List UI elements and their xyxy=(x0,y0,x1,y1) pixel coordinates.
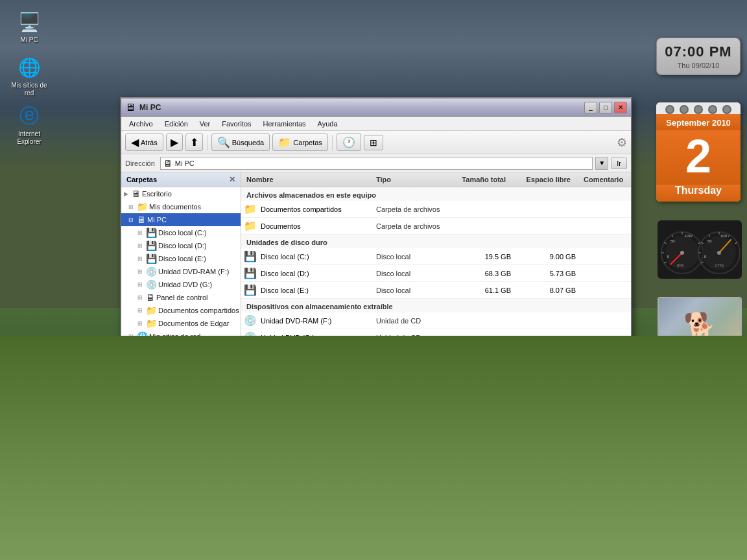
app-btn-panel[interactable]: PANEL xyxy=(397,522,432,539)
forward-button[interactable]: ▶ xyxy=(166,134,183,151)
search-label: Búsqueda xyxy=(232,139,265,146)
taskbar-mi-pc[interactable]: 🖥 Mi PC xyxy=(146,542,198,559)
tray-battery-icon[interactable]: 🔋 xyxy=(694,545,706,555)
watermark-text1: PROGRAMAS24-7 xyxy=(350,408,523,429)
e-drive-name: Disco local (E:) xyxy=(261,286,376,294)
tray-network-icon[interactable]: 📶 xyxy=(654,545,665,555)
minimize-button[interactable]: _ xyxy=(584,102,597,113)
ql-media[interactable]: 🎵 xyxy=(122,543,136,557)
docs-comp-file-icon: 📁 xyxy=(244,203,258,215)
folders-label: Carpetas xyxy=(293,139,322,146)
back-button[interactable]: ◀ Atrás xyxy=(125,134,163,151)
address-input[interactable]: 🖥 Mi PC xyxy=(160,157,593,170)
expand-icon: ⊞ xyxy=(136,268,145,275)
scroll-right[interactable]: ▶ xyxy=(621,439,631,449)
app-btn-juegos[interactable]: JUEGOS xyxy=(433,522,473,539)
menu-archivo[interactable]: Archivo xyxy=(124,119,158,129)
tree-item-disco-c[interactable]: ⊞ 💾 Disco local (C:) xyxy=(121,226,241,239)
e-drive-icon: 💾 xyxy=(244,284,258,296)
tree-item-docs-comp[interactable]: ⊞ 📁 Documentos compartidos xyxy=(121,304,241,317)
app-btn-soundf[interactable]: SOUND F xyxy=(84,522,126,539)
scroll-left[interactable]: ◀ xyxy=(241,439,252,449)
maximize-button[interactable]: □ xyxy=(599,102,612,113)
folder-panel: Carpetas ✕ ▶ 🖥 Escritorio ⊞ 📁 Mis docume… xyxy=(121,172,241,449)
tree-item-disco-e[interactable]: ⊞ 💾 Disco local (E:) xyxy=(121,252,241,265)
gear-button[interactable]: ⚙ xyxy=(617,135,627,150)
window-controls[interactable]: _ □ ✕ xyxy=(584,102,627,113)
menu-herramientas[interactable]: Herramientas xyxy=(258,119,311,129)
file-row-d[interactable]: 💾 Disco local (D:) Disco local 68.3 GB 5… xyxy=(241,265,631,282)
quick-launch: 🖥 ⓔ 🔥 🌐 📁 🎵 xyxy=(35,543,139,557)
tree-item-dvd-f[interactable]: ⊞ 💿 Unidad DVD-RAM (F:) xyxy=(121,265,241,278)
panel-label: Panel de control xyxy=(156,294,208,301)
app-btn-dock[interactable]: DOCK xyxy=(363,522,396,539)
tree-item-docs-edgar[interactable]: ⊞ 📁 Documentos de Edgar xyxy=(121,317,241,330)
mi-pc-tree-label: Mi PC xyxy=(147,216,167,224)
titlebar-icon: 🖥 xyxy=(125,102,136,113)
app-btn-svegas[interactable]: S VEGAS xyxy=(41,522,83,539)
menu-favoritos[interactable]: Favoritos xyxy=(217,119,256,129)
app-btn-3dsmax[interactable]: 3DSMAX xyxy=(281,522,322,539)
ql-show-desktop[interactable]: 🖥 xyxy=(38,543,52,557)
ring3 xyxy=(694,105,703,114)
desktop-icon-mi-pc[interactable]: 🖥️ Mi PC xyxy=(6,6,52,47)
calendar-month: September 2010 xyxy=(656,114,741,130)
address-go-button[interactable]: Ir xyxy=(611,158,627,169)
history-icon: 🕐 xyxy=(342,136,355,148)
ql-firefox[interactable]: 🔥 xyxy=(71,543,86,557)
menu-ayuda[interactable]: Ayuda xyxy=(313,119,343,129)
view-icon: ⊞ xyxy=(370,137,377,148)
folder-panel-close[interactable]: ✕ xyxy=(229,175,235,184)
expand-icon: ⊞ xyxy=(136,307,145,314)
tree-item-mi-pc[interactable]: ⊟ 🖥 Mi PC xyxy=(121,213,241,226)
expand-icon: ▶ xyxy=(121,191,130,197)
folder-up-button[interactable]: ⬆ xyxy=(185,134,203,151)
app-btn-msn[interactable]: MSN xyxy=(198,522,226,539)
dvd-f-icon: 💿 xyxy=(146,266,157,277)
history-button[interactable]: 🕐 xyxy=(337,134,361,151)
tree-item-escritorio[interactable]: ▶ 🖥 Escritorio xyxy=(121,187,241,200)
app-btn-office[interactable]: OFFICE xyxy=(3,522,40,539)
desktop-icon-mis-sitios[interactable]: 🌐 Mis sitios dered xyxy=(6,52,52,100)
view-button[interactable]: ⊞ xyxy=(364,135,383,150)
app-btn-alc120[interactable]: ALC120 xyxy=(160,522,198,539)
scroll-thumb[interactable] xyxy=(423,440,449,449)
file-row-docs-comp[interactable]: 📁 Documentos compartidos Carpeta de arch… xyxy=(241,201,631,218)
file-row-e[interactable]: 💾 Disco local (E:) Disco local 61.1 GB 8… xyxy=(241,282,631,299)
col-tamano: Tamaño total xyxy=(449,174,514,185)
app-btn-nero[interactable]: NERO xyxy=(127,522,160,539)
menu-edicion[interactable]: Edición xyxy=(160,119,193,129)
file-row-dvd-g[interactable]: 💿 Unidad DVD (G:) Unidad de CD xyxy=(241,329,631,346)
file-row-dvdram[interactable]: 💿 Unidad DVD-RAM (F:) Unidad de CD xyxy=(241,312,631,329)
system-tray: 📶 🔊 ⌚ 🔋 07:00 p.m. xyxy=(648,540,747,561)
tray-sound-icon[interactable]: 🔊 xyxy=(667,545,678,555)
ql-network[interactable]: 🌐 xyxy=(88,543,102,557)
app-btn-divx[interactable]: DIVX xyxy=(252,522,280,539)
explorer-window[interactable]: 🖥 Mi PC _ □ ✕ Archivo Edición Ver Favori… xyxy=(120,97,632,450)
tree-item-dvd-g[interactable]: ⊞ 💿 Unidad DVD (G:) xyxy=(121,278,241,291)
address-dropdown[interactable]: ▼ xyxy=(595,157,608,170)
app-btn-cclean[interactable]: CCLEAN xyxy=(322,522,363,539)
tray-clock-icon[interactable]: ⌚ xyxy=(681,545,692,555)
horizontal-scrollbar[interactable]: ◀ ▶ xyxy=(241,438,631,449)
file-row-c[interactable]: 💾 Disco local (C:) Disco local 19.5 GB 9… xyxy=(241,248,631,265)
tree-item-papelera[interactable]: 🗑 Papelera de reciclaje xyxy=(121,343,241,356)
ql-ie[interactable]: ⓔ xyxy=(54,543,69,557)
docs-edgar-icon: 📁 xyxy=(146,318,157,329)
close-button[interactable]: ✕ xyxy=(614,102,627,113)
tree-item-mis-docs[interactable]: ⊞ 📁 Mis documentos xyxy=(121,200,241,213)
folders-button[interactable]: 📁 Carpetas xyxy=(272,134,328,151)
tree-item-panel[interactable]: ⊞ 🖥 Panel de control xyxy=(121,291,241,304)
tree-item-disco-d[interactable]: ⊞ 💾 Disco local (D:) xyxy=(121,239,241,252)
tree-item-mis-sitios[interactable]: ⊞ 🌐 Mis sitios de red xyxy=(121,330,241,343)
search-button[interactable]: 🔍 Búsqueda xyxy=(211,134,270,151)
taskbar-win-label: Mi PC xyxy=(161,546,181,554)
toolbar-separator2 xyxy=(332,135,333,150)
desktop: 🖥️ Mi PC 🌐 Mis sitios dered ⓔ InternetEx… xyxy=(0,0,747,560)
file-row-docs[interactable]: 📁 Documentos Carpeta de archivos xyxy=(241,218,631,235)
desktop-icon-ie[interactable]: ⓔ InternetExplorer xyxy=(6,100,52,148)
ql-folder[interactable]: 📁 xyxy=(105,543,119,557)
start-button[interactable]: 🪟 xyxy=(0,540,29,561)
dog-widget: 🐕 xyxy=(658,297,742,355)
menu-ver[interactable]: Ver xyxy=(195,119,216,129)
